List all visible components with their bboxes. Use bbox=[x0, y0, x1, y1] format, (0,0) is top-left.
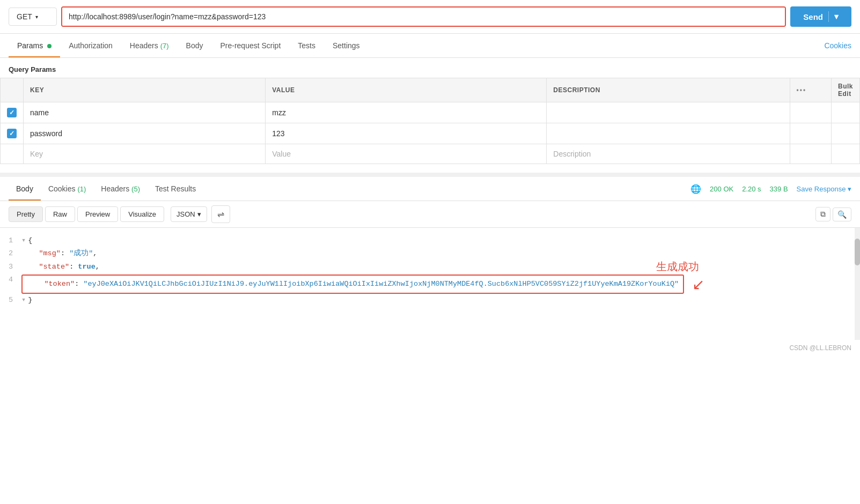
row1-checkbox[interactable] bbox=[7, 108, 17, 117]
url-input[interactable] bbox=[62, 8, 785, 26]
code-line-2: 2 "msg": "成功", bbox=[0, 247, 860, 260]
tab-settings[interactable]: Settings bbox=[324, 34, 369, 57]
code-line-4: 4 "token": "eyJ0eXAiOiJKV1QiLCJhbGciOiJI… bbox=[0, 273, 860, 294]
col-header-value: VALUE bbox=[266, 78, 547, 102]
response-size: 339 B bbox=[770, 185, 788, 193]
empty-extra bbox=[831, 144, 859, 164]
cookies-badge: (1) bbox=[77, 185, 86, 193]
url-bar: GET ▾ Send ▾ bbox=[0, 0, 860, 34]
response-tab-cookies[interactable]: Cookies (1) bbox=[41, 177, 93, 201]
params-table: KEY VALUE DESCRIPTION ••• Bulk Edit name… bbox=[0, 78, 860, 164]
scrollbar-track[interactable] bbox=[855, 228, 860, 340]
table-row: password 123 bbox=[1, 123, 860, 144]
send-button[interactable]: Send ▾ bbox=[790, 6, 851, 27]
copy-icon[interactable]: ⧉ bbox=[815, 207, 830, 221]
table-row-empty: Key Value Description bbox=[1, 144, 860, 164]
row2-key[interactable]: password bbox=[24, 123, 266, 144]
response-tab-body[interactable]: Body bbox=[9, 177, 41, 201]
response-meta: 🌐 200 OK 2.20 s 339 B Save Response ▾ bbox=[690, 184, 851, 194]
line-content-1: ▾{ bbox=[21, 234, 860, 247]
format-type-select[interactable]: JSON ▾ bbox=[171, 206, 207, 222]
row2-checkbox[interactable] bbox=[7, 129, 17, 138]
status-ok: 200 OK bbox=[710, 185, 733, 193]
col-header-check bbox=[1, 78, 24, 102]
row2-extra bbox=[831, 123, 859, 144]
row1-actions bbox=[790, 102, 831, 123]
empty-value[interactable]: Value bbox=[266, 144, 547, 164]
fold-icon-5[interactable]: ▾ bbox=[21, 296, 26, 304]
format-bar: Pretty Raw Preview Visualize JSON ▾ ⇌ ⧉ … bbox=[0, 201, 860, 228]
save-response-link[interactable]: Save Response ▾ bbox=[797, 185, 851, 193]
line-num-2: 2 bbox=[0, 247, 21, 260]
tab-params[interactable]: Params bbox=[9, 34, 60, 57]
empty-actions bbox=[790, 144, 831, 164]
code-editor: 1 ▾{ 2 "msg": "成功", 3 "state": true, 4 bbox=[0, 228, 860, 313]
format-type-label: JSON bbox=[177, 210, 195, 218]
row1-key[interactable]: name bbox=[24, 102, 266, 123]
headers-badge: (7) bbox=[160, 42, 169, 50]
method-select[interactable]: GET ▾ bbox=[9, 8, 57, 26]
row1-checkbox-cell[interactable] bbox=[1, 102, 24, 123]
format-visualize-btn[interactable]: Visualize bbox=[120, 206, 164, 222]
line-num-4: 4 bbox=[0, 273, 21, 286]
annotation-arrow-icon: ↙ bbox=[692, 276, 704, 293]
row1-value[interactable]: mzz bbox=[266, 102, 547, 123]
send-divider bbox=[828, 11, 829, 22]
format-type-chevron: ▾ bbox=[197, 210, 201, 218]
tab-headers[interactable]: Headers (7) bbox=[121, 34, 178, 57]
params-dot bbox=[47, 44, 52, 48]
empty-checkbox-cell bbox=[1, 144, 24, 164]
send-label: Send bbox=[803, 12, 823, 21]
scrollbar-thumb[interactable] bbox=[855, 239, 860, 265]
request-tabs-bar: Params Authorization Headers (7) Body Pr… bbox=[0, 34, 860, 58]
empty-key[interactable]: Key bbox=[24, 144, 266, 164]
tab-body[interactable]: Body bbox=[178, 34, 212, 57]
cookies-link[interactable]: Cookies bbox=[824, 41, 851, 50]
tab-tests[interactable]: Tests bbox=[289, 34, 324, 57]
line-content-4: "token": "eyJ0eXAiOiJKV1QiLCJhbGciOiJIUz… bbox=[21, 273, 860, 294]
wrap-text-btn[interactable]: ⇌ bbox=[211, 205, 230, 223]
row2-checkbox-cell[interactable] bbox=[1, 123, 24, 144]
row2-value[interactable]: 123 bbox=[266, 123, 547, 144]
table-row: name mzz bbox=[1, 102, 860, 123]
row2-desc[interactable] bbox=[547, 123, 790, 144]
send-chevron-icon: ▾ bbox=[834, 12, 839, 21]
method-label: GET bbox=[17, 12, 32, 21]
line-content-3: "state": true, bbox=[21, 261, 860, 273]
line-content-2: "msg": "成功", bbox=[21, 247, 860, 260]
watermark: CSDN @LL.LEBRON bbox=[0, 340, 860, 356]
row2-actions bbox=[790, 123, 831, 144]
tab-prerequest[interactable]: Pre-request Script bbox=[211, 34, 289, 57]
url-input-wrapper bbox=[61, 6, 786, 27]
response-tab-headers[interactable]: Headers (5) bbox=[93, 177, 148, 201]
empty-desc[interactable]: Description bbox=[547, 144, 790, 164]
col-header-bulk[interactable]: Bulk Edit bbox=[831, 78, 859, 102]
col-header-actions: ••• bbox=[790, 78, 831, 102]
line-num-1: 1 bbox=[0, 234, 21, 247]
resp-headers-badge: (5) bbox=[131, 185, 140, 193]
annotation-area: 生成成功 ↙ bbox=[0, 313, 860, 340]
format-pretty-btn[interactable]: Pretty bbox=[9, 206, 43, 222]
tab-authorization[interactable]: Authorization bbox=[60, 34, 121, 57]
code-line-1: 1 ▾{ bbox=[0, 234, 860, 247]
format-preview-btn[interactable]: Preview bbox=[77, 206, 118, 222]
format-raw-btn[interactable]: Raw bbox=[45, 206, 75, 222]
response-time: 2.20 s bbox=[742, 185, 761, 193]
section-divider bbox=[0, 173, 860, 177]
code-line-5: 5 ▾} bbox=[0, 294, 860, 307]
col-header-desc: DESCRIPTION bbox=[547, 78, 790, 102]
row1-extra bbox=[831, 102, 859, 123]
search-icon[interactable]: 🔍 bbox=[833, 207, 851, 221]
chevron-down-icon: ▾ bbox=[35, 14, 38, 20]
three-dots-icon: ••• bbox=[797, 86, 807, 94]
code-area: 1 ▾{ 2 "msg": "成功", 3 "state": true, 4 bbox=[0, 228, 860, 340]
row1-desc[interactable] bbox=[547, 102, 790, 123]
globe-icon: 🌐 bbox=[690, 184, 701, 194]
line-content-5: ▾} bbox=[21, 294, 860, 307]
code-line-3: 3 "state": true, bbox=[0, 261, 860, 273]
response-tab-test-results[interactable]: Test Results bbox=[148, 177, 203, 201]
line-num-3: 3 bbox=[0, 261, 21, 273]
annotation-text: 生成成功 bbox=[656, 260, 699, 274]
fold-icon-1[interactable]: ▾ bbox=[21, 236, 26, 244]
col-header-key: KEY bbox=[24, 78, 266, 102]
